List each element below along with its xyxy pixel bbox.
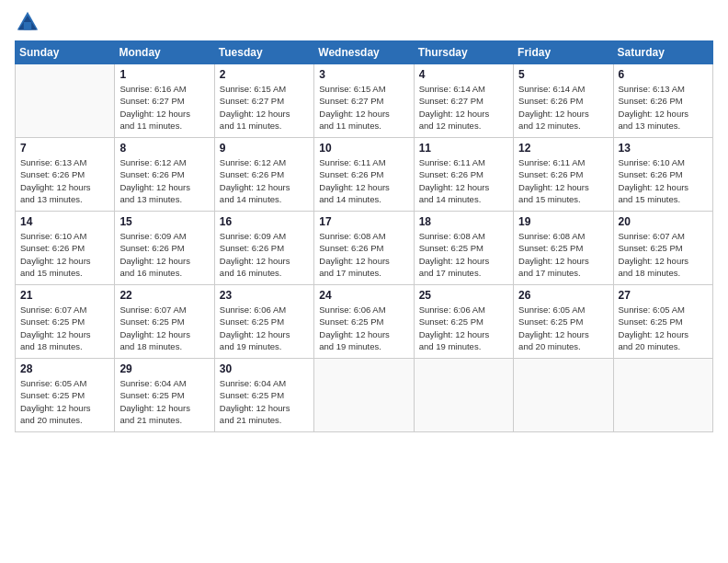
day-info: Sunrise: 6:13 AM Sunset: 6:26 PM Dayligh…	[20, 156, 109, 205]
calendar-cell: 1Sunrise: 6:16 AM Sunset: 6:27 PM Daylig…	[115, 64, 214, 138]
day-header-thursday: Thursday	[414, 41, 513, 64]
calendar-cell: 9Sunrise: 6:12 AM Sunset: 6:26 PM Daylig…	[214, 138, 313, 212]
day-number: 30	[220, 362, 309, 375]
day-number: 29	[119, 362, 209, 375]
calendar-cell: 21Sunrise: 6:07 AM Sunset: 6:25 PM Dayli…	[16, 285, 115, 359]
day-info: Sunrise: 6:06 AM Sunset: 6:25 PM Dayligh…	[220, 304, 309, 352]
day-info: Sunrise: 6:07 AM Sunset: 6:25 PM Dayligh…	[20, 304, 109, 352]
day-info: Sunrise: 6:13 AM Sunset: 6:26 PM Dayligh…	[619, 83, 708, 132]
calendar-cell: 15Sunrise: 6:09 AM Sunset: 6:26 PM Dayli…	[115, 212, 214, 285]
day-info: Sunrise: 6:14 AM Sunset: 6:26 PM Dayligh…	[518, 83, 608, 132]
day-number: 24	[319, 289, 408, 302]
calendar-cell: 14Sunrise: 6:10 AM Sunset: 6:26 PM Dayli…	[16, 212, 115, 285]
day-info: Sunrise: 6:10 AM Sunset: 6:26 PM Dayligh…	[619, 156, 708, 205]
calendar-cell	[613, 359, 712, 432]
day-info: Sunrise: 6:06 AM Sunset: 6:25 PM Dayligh…	[419, 304, 508, 352]
calendar-cell: 12Sunrise: 6:11 AM Sunset: 6:26 PM Dayli…	[514, 138, 613, 212]
calendar-cell: 30Sunrise: 6:04 AM Sunset: 6:25 PM Dayli…	[214, 359, 313, 432]
svg-rect-2	[24, 22, 31, 29]
day-info: Sunrise: 6:05 AM Sunset: 6:25 PM Dayligh…	[518, 304, 608, 352]
day-number: 26	[518, 289, 608, 302]
calendar-week-5: 28Sunrise: 6:05 AM Sunset: 6:25 PM Dayli…	[16, 359, 713, 432]
day-info: Sunrise: 6:11 AM Sunset: 6:26 PM Dayligh…	[319, 156, 408, 205]
page: SundayMondayTuesdayWednesdayThursdayFrid…	[0, 0, 728, 563]
calendar-cell: 4Sunrise: 6:14 AM Sunset: 6:27 PM Daylig…	[414, 64, 513, 138]
calendar-cell: 29Sunrise: 6:04 AM Sunset: 6:25 PM Dayli…	[115, 359, 214, 432]
day-info: Sunrise: 6:04 AM Sunset: 6:25 PM Dayligh…	[119, 377, 209, 426]
day-number: 5	[518, 68, 608, 81]
day-header-friday: Friday	[514, 41, 613, 64]
calendar-week-1: 1Sunrise: 6:16 AM Sunset: 6:27 PM Daylig…	[16, 64, 713, 138]
day-number: 22	[119, 289, 209, 302]
day-info: Sunrise: 6:11 AM Sunset: 6:26 PM Dayligh…	[518, 156, 608, 205]
calendar-cell	[514, 359, 613, 432]
calendar-cell: 6Sunrise: 6:13 AM Sunset: 6:26 PM Daylig…	[613, 64, 712, 138]
calendar-cell: 5Sunrise: 6:14 AM Sunset: 6:26 PM Daylig…	[514, 64, 613, 138]
day-number: 9	[220, 142, 309, 155]
day-info: Sunrise: 6:07 AM Sunset: 6:25 PM Dayligh…	[119, 304, 209, 352]
day-info: Sunrise: 6:09 AM Sunset: 6:26 PM Dayligh…	[119, 230, 209, 279]
day-number: 14	[20, 215, 109, 228]
day-info: Sunrise: 6:10 AM Sunset: 6:26 PM Dayligh…	[20, 230, 109, 279]
day-number: 15	[119, 215, 209, 228]
calendar-table: SundayMondayTuesdayWednesdayThursdayFrid…	[15, 40, 713, 432]
day-number: 12	[518, 142, 608, 155]
calendar-week-3: 14Sunrise: 6:10 AM Sunset: 6:26 PM Dayli…	[16, 212, 713, 285]
day-info: Sunrise: 6:08 AM Sunset: 6:26 PM Dayligh…	[319, 230, 408, 279]
day-number: 25	[419, 289, 508, 302]
calendar-cell: 23Sunrise: 6:06 AM Sunset: 6:25 PM Dayli…	[214, 285, 313, 359]
calendar-cell: 18Sunrise: 6:08 AM Sunset: 6:25 PM Dayli…	[414, 212, 513, 285]
calendar-cell: 17Sunrise: 6:08 AM Sunset: 6:26 PM Dayli…	[314, 212, 414, 285]
day-header-tuesday: Tuesday	[214, 41, 313, 64]
calendar-cell: 19Sunrise: 6:08 AM Sunset: 6:25 PM Dayli…	[514, 212, 613, 285]
day-number: 8	[119, 142, 209, 155]
day-number: 4	[419, 68, 508, 81]
day-header-sunday: Sunday	[16, 41, 115, 64]
logo	[15, 9, 44, 35]
day-number: 20	[619, 215, 708, 228]
day-info: Sunrise: 6:09 AM Sunset: 6:26 PM Dayligh…	[220, 230, 309, 279]
day-info: Sunrise: 6:05 AM Sunset: 6:25 PM Dayligh…	[619, 304, 708, 352]
calendar-cell: 27Sunrise: 6:05 AM Sunset: 6:25 PM Dayli…	[613, 285, 712, 359]
day-info: Sunrise: 6:08 AM Sunset: 6:25 PM Dayligh…	[419, 230, 508, 279]
day-number: 27	[619, 289, 708, 302]
calendar-week-4: 21Sunrise: 6:07 AM Sunset: 6:25 PM Dayli…	[16, 285, 713, 359]
calendar-cell: 13Sunrise: 6:10 AM Sunset: 6:26 PM Dayli…	[613, 138, 712, 212]
calendar-cell	[314, 359, 414, 432]
day-info: Sunrise: 6:11 AM Sunset: 6:26 PM Dayligh…	[419, 156, 508, 205]
calendar-week-2: 7Sunrise: 6:13 AM Sunset: 6:26 PM Daylig…	[16, 138, 713, 212]
day-number: 7	[20, 142, 109, 155]
calendar-cell: 10Sunrise: 6:11 AM Sunset: 6:26 PM Dayli…	[314, 138, 414, 212]
calendar-cell: 16Sunrise: 6:09 AM Sunset: 6:26 PM Dayli…	[214, 212, 313, 285]
calendar-cell: 24Sunrise: 6:06 AM Sunset: 6:25 PM Dayli…	[314, 285, 414, 359]
day-number: 19	[518, 215, 608, 228]
calendar-cell: 11Sunrise: 6:11 AM Sunset: 6:26 PM Dayli…	[414, 138, 513, 212]
day-info: Sunrise: 6:14 AM Sunset: 6:27 PM Dayligh…	[419, 83, 508, 132]
day-info: Sunrise: 6:15 AM Sunset: 6:27 PM Dayligh…	[319, 83, 408, 132]
calendar-cell: 26Sunrise: 6:05 AM Sunset: 6:25 PM Dayli…	[514, 285, 613, 359]
logo-icon	[15, 9, 40, 35]
day-number: 13	[619, 142, 708, 155]
day-number: 21	[20, 289, 109, 302]
calendar-cell: 20Sunrise: 6:07 AM Sunset: 6:25 PM Dayli…	[613, 212, 712, 285]
day-number: 18	[419, 215, 508, 228]
day-number: 2	[220, 68, 309, 81]
calendar-cell: 7Sunrise: 6:13 AM Sunset: 6:26 PM Daylig…	[16, 138, 115, 212]
day-info: Sunrise: 6:12 AM Sunset: 6:26 PM Dayligh…	[220, 156, 309, 205]
day-number: 1	[119, 68, 209, 81]
day-number: 16	[220, 215, 309, 228]
calendar-cell	[414, 359, 513, 432]
calendar-cell	[16, 64, 115, 138]
calendar-cell: 28Sunrise: 6:05 AM Sunset: 6:25 PM Dayli…	[16, 359, 115, 432]
day-info: Sunrise: 6:15 AM Sunset: 6:27 PM Dayligh…	[220, 83, 309, 132]
day-number: 11	[419, 142, 508, 155]
calendar-header-row: SundayMondayTuesdayWednesdayThursdayFrid…	[16, 41, 713, 64]
day-info: Sunrise: 6:08 AM Sunset: 6:25 PM Dayligh…	[518, 230, 608, 279]
day-header-wednesday: Wednesday	[314, 41, 414, 64]
day-info: Sunrise: 6:12 AM Sunset: 6:26 PM Dayligh…	[119, 156, 209, 205]
day-info: Sunrise: 6:04 AM Sunset: 6:25 PM Dayligh…	[220, 377, 309, 426]
calendar-cell: 22Sunrise: 6:07 AM Sunset: 6:25 PM Dayli…	[115, 285, 214, 359]
day-info: Sunrise: 6:07 AM Sunset: 6:25 PM Dayligh…	[619, 230, 708, 279]
day-number: 17	[319, 215, 408, 228]
day-number: 23	[220, 289, 309, 302]
